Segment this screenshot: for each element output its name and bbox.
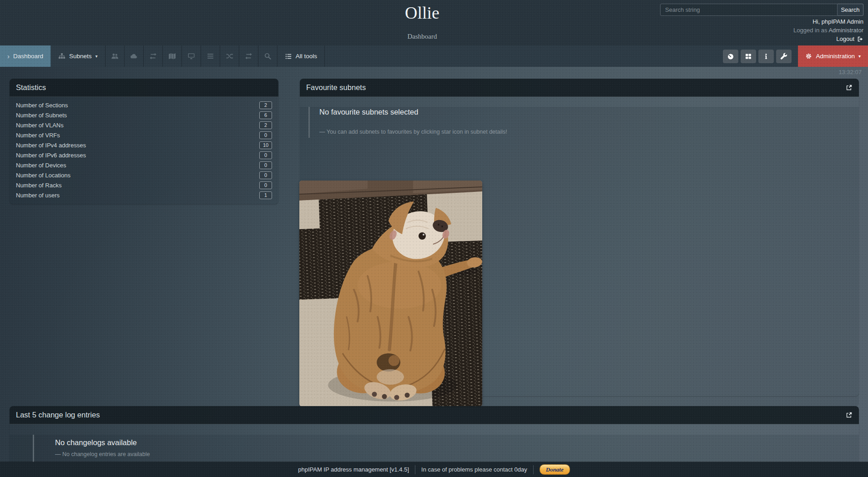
caret-down-icon: ▾: [858, 54, 861, 59]
stat-value-badge: 0: [259, 131, 272, 139]
stat-label: Number of VRFs: [16, 132, 60, 139]
nav-desktop-icon-tab[interactable]: [182, 45, 201, 67]
administration-menu-button[interactable]: Administration ▾: [798, 45, 868, 67]
nav-tab-subnets[interactable]: Subnets ▾: [51, 45, 106, 67]
statistics-row: Number of Subnets 6: [16, 110, 272, 120]
user-greeting: Hi, phpIPAM Admin: [793, 17, 863, 26]
logged-in-as: Logged in as Administrator: [793, 26, 863, 35]
changelog-empty-note: No changelogs available — No changelog e…: [33, 435, 859, 462]
stat-label: Number of Subnets: [16, 112, 67, 119]
open-changelog-button[interactable]: [846, 412, 853, 418]
external-link-icon: [846, 412, 853, 418]
info-button[interactable]: [758, 50, 774, 63]
statistics-row: Number of Locations 0: [16, 170, 272, 180]
stat-label: Number of Locations: [16, 172, 71, 179]
statistics-row: Number of Sections 2: [16, 100, 272, 110]
stat-label: Number of Sections: [16, 102, 68, 109]
stat-value-badge: 0: [259, 151, 272, 159]
favourites-widget-header: Favourite subnets: [300, 79, 859, 97]
main-navbar: › Dashboard Subnets ▾: [0, 45, 868, 67]
nav-transfer-icon-tab[interactable]: [239, 45, 258, 67]
statistics-row: Number of VLANs 2: [16, 120, 272, 130]
tool-buttons: [723, 50, 794, 63]
contact-link[interactable]: 0day: [515, 466, 527, 473]
footer-divider: [415, 465, 415, 474]
stat-value-badge: 10: [259, 141, 272, 149]
caret-down-icon: ▾: [96, 54, 98, 59]
donate-button[interactable]: Donate: [540, 464, 570, 475]
stat-label: Number of users: [16, 192, 60, 199]
stat-value-badge: 6: [259, 111, 272, 119]
tools-wrench-button[interactable]: [776, 50, 792, 63]
clock: 13:32:07: [838, 69, 862, 75]
page-title: Ollie: [405, 3, 439, 23]
chevron-right-icon: ›: [7, 53, 10, 60]
logout-link[interactable]: Logout: [836, 35, 863, 43]
header: Ollie Dashboard Search Hi, phpIPAM Admin…: [0, 0, 868, 45]
list-ul-icon: [285, 53, 292, 60]
favourite-subnets-widget: Favourite subnets No favourite subnets s…: [300, 79, 859, 396]
stat-label: Number of VLANs: [16, 122, 64, 129]
favourites-empty-note: No favourite subnets selected — You can …: [308, 107, 859, 138]
nav-users-icon-tab[interactable]: [106, 45, 125, 67]
open-favourites-button[interactable]: [846, 84, 853, 91]
statistics-widget-header: Statistics: [10, 79, 278, 97]
nav-shuffle-icon-tab[interactable]: [220, 45, 239, 67]
changelog-widget-header: Last 5 change log entries: [10, 406, 859, 424]
stat-value-badge: 0: [259, 171, 272, 179]
stat-value-badge: 2: [259, 121, 272, 129]
stat-label: Number of Devices: [16, 162, 66, 169]
nav-list-icon-tab[interactable]: [201, 45, 220, 67]
stat-value-badge: 2: [259, 101, 272, 109]
stat-label: Number of IPv6 addresses: [16, 152, 86, 159]
statistics-row: Number of Devices 0: [16, 160, 272, 170]
statistics-widget: Statistics Number of Sections 2 Number o…: [10, 79, 278, 204]
stat-value-badge: 0: [259, 161, 272, 169]
current-user-link[interactable]: Administrator: [828, 27, 863, 34]
phpipam-version-link[interactable]: phpIPAM IP address management [v1.4.5]: [298, 466, 409, 473]
stat-value-badge: 1: [259, 191, 272, 199]
nav-tab-dashboard[interactable]: › Dashboard: [0, 45, 51, 67]
navbar-right-group: Administration ▾: [723, 45, 868, 67]
statistics-row: Number of Racks 0: [16, 180, 272, 190]
nav-icon-tabs: [106, 45, 278, 67]
phpipam-dashboard-page: Ollie Dashboard Search Hi, phpIPAM Admin…: [0, 0, 868, 477]
nav-tab-all-tools[interactable]: All tools: [278, 45, 325, 67]
nav-exchange-icon-tab[interactable]: [144, 45, 163, 67]
bulldog-photo: [299, 181, 482, 407]
statistics-row: Number of IPv4 addresses 10: [16, 140, 272, 150]
nav-cloud-icon-tab[interactable]: [125, 45, 144, 67]
search-input[interactable]: [660, 4, 838, 16]
footer-contact: In case of problems please contact 0day: [421, 466, 527, 473]
statistics-rows: Number of Sections 2 Number of Subnets 6…: [10, 97, 278, 204]
stat-label: Number of IPv4 addresses: [16, 142, 86, 149]
stat-label: Number of Racks: [16, 182, 61, 189]
external-link-icon: [846, 84, 853, 91]
nav-map-icon-tab[interactable]: [163, 45, 182, 67]
statistics-row: Number of users 1: [16, 190, 272, 200]
breadcrumb: Dashboard: [405, 33, 439, 40]
sign-out-icon: [857, 36, 863, 42]
stat-value-badge: 0: [259, 181, 272, 189]
sitemap-icon: [58, 53, 66, 60]
nav-search-icon-tab[interactable]: [258, 45, 278, 67]
gear-icon: [805, 53, 812, 60]
user-info: Hi, phpIPAM Admin Logged in as Administr…: [793, 17, 863, 43]
brand: Ollie Dashboard: [405, 3, 439, 40]
footer: phpIPAM IP address management [v1.4.5] I…: [0, 462, 868, 477]
widgets-grid-button[interactable]: [741, 50, 756, 63]
statistics-row: Number of VRFs 0: [16, 130, 272, 140]
search-button[interactable]: Search: [838, 4, 863, 16]
dashboard-gauge-button[interactable]: [723, 50, 738, 63]
footer-divider: [533, 465, 534, 474]
statistics-row: Number of IPv6 addresses 0: [16, 150, 272, 160]
search-area: Search: [660, 4, 863, 16]
